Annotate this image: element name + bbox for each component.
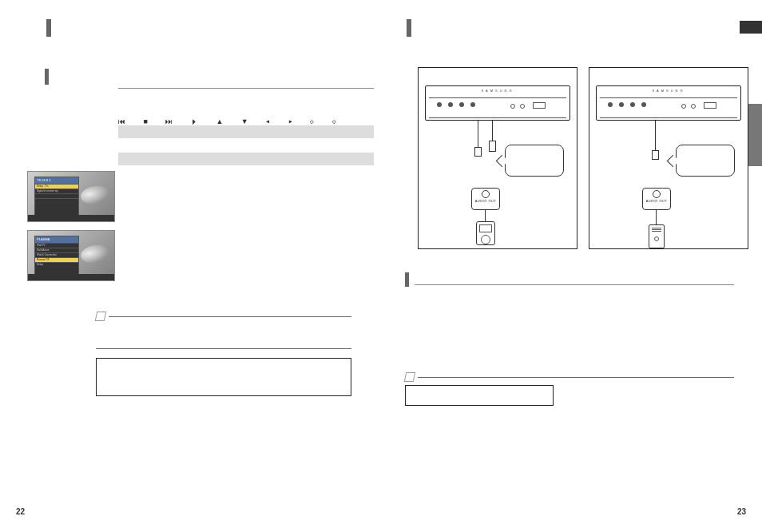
speaker-ring-icon xyxy=(482,190,490,198)
panel-outline xyxy=(600,97,737,118)
recorder-button-icon xyxy=(654,236,659,241)
section-heading xyxy=(405,272,414,287)
panel-buttons xyxy=(437,102,475,107)
audio-out-device: AUDIO OUT xyxy=(471,188,500,210)
heading-bar-icon xyxy=(405,272,409,287)
screenshot-thumb-2: PLASMA iPod TV DivX/Active iPod & Connec… xyxy=(27,230,115,281)
audio-jack-icon xyxy=(691,104,696,109)
page-right: SAMSUNG AUDIO OUT xyxy=(381,0,762,532)
osd-row: Setup xyxy=(35,262,78,267)
device-label: AUDIO OUT xyxy=(472,199,499,203)
panel-buttons xyxy=(608,102,646,107)
note-icon xyxy=(405,372,415,382)
page-left: TS 24 K 1 Setup : On Digital in receive … xyxy=(0,0,381,532)
ipod-screen-icon xyxy=(479,224,492,232)
cable-icon xyxy=(485,210,486,221)
note-rule xyxy=(109,316,351,317)
highlight-stripe xyxy=(118,153,374,165)
corner-mark-left xyxy=(407,19,411,37)
osd-menu: PLASMA iPod TV DivX/Active iPod & Connec… xyxy=(34,236,79,276)
heading-bar-icon xyxy=(45,69,49,85)
audio-jack-icon xyxy=(681,104,686,109)
cable-icon xyxy=(478,121,478,148)
speaker-ring-icon xyxy=(653,190,661,198)
callout-bubble xyxy=(676,145,735,177)
usb-port-icon xyxy=(533,102,546,109)
osd-row xyxy=(35,198,78,203)
diagram-ipod-connection: SAMSUNG AUDIO OUT xyxy=(418,67,577,249)
highlight-stripe xyxy=(118,125,374,138)
brand-label: SAMSUNG xyxy=(652,89,685,93)
player-front-panel: SAMSUNG xyxy=(596,85,741,121)
thumbnail-column: TS 24 K 1 Setup : On Digital in receive … xyxy=(27,171,115,289)
osd-header: TS 24 K 1 xyxy=(35,177,78,184)
device-label: AUDIO OUT xyxy=(643,199,670,203)
screenshot-thumb-1: TS 24 K 1 Setup : On Digital in receive … xyxy=(27,171,115,222)
edge-tab-icon xyxy=(740,21,762,34)
background-image-icon xyxy=(79,184,110,206)
page-number: 23 xyxy=(737,507,746,516)
plug-icon xyxy=(652,150,659,160)
callout-bubble xyxy=(505,145,564,177)
section-rule xyxy=(415,284,734,285)
section-heading xyxy=(22,69,359,85)
note-box xyxy=(96,358,351,396)
osd-footer xyxy=(28,274,114,280)
section-rule xyxy=(118,88,374,89)
cable-icon xyxy=(492,121,493,141)
audio-out-device: AUDIO OUT xyxy=(642,188,671,210)
osd-menu: TS 24 K 1 Setup : On Digital in receive … xyxy=(34,177,79,216)
corner-mark-left xyxy=(46,19,51,37)
cable-icon xyxy=(656,210,657,224)
note-box xyxy=(405,385,554,406)
ipod-icon xyxy=(476,221,495,245)
page-spread: TS 24 K 1 Setup : On Digital in receive … xyxy=(0,0,762,532)
cable-icon xyxy=(655,121,656,151)
background-image-icon xyxy=(79,243,110,265)
osd-footer xyxy=(28,215,114,221)
usb-port-icon xyxy=(704,102,716,109)
player-front-panel: SAMSUNG xyxy=(425,85,570,121)
brand-label: SAMSUNG xyxy=(481,89,514,93)
osd-header: PLASMA xyxy=(35,236,78,243)
audio-jack-icon xyxy=(510,104,515,109)
plug-icon xyxy=(474,147,482,157)
note-icon xyxy=(96,312,105,321)
diagram-recorder-connection: SAMSUNG AUDIO OUT xyxy=(589,67,748,249)
remote-control-glyphs: ⏮ ■ ⏭ ⏵ ▲ ▼ ◀ ▶ ⊙ ⊙ xyxy=(118,117,359,125)
connection-diagrams: SAMSUNG AUDIO OUT xyxy=(418,67,748,249)
voice-recorder-icon xyxy=(649,224,665,248)
speaker-grill-icon xyxy=(652,228,661,232)
glyph-row: ⏮ ■ ⏭ ⏵ ▲ ▼ ◀ ▶ ⊙ ⊙ xyxy=(118,117,344,125)
page-number: 22 xyxy=(16,507,25,516)
plug-icon xyxy=(489,141,496,152)
note-rule xyxy=(418,377,734,378)
note-rule xyxy=(96,348,351,349)
audio-jack-icon xyxy=(520,104,525,109)
panel-outline xyxy=(429,97,566,118)
ipod-clickwheel-icon xyxy=(481,235,490,244)
